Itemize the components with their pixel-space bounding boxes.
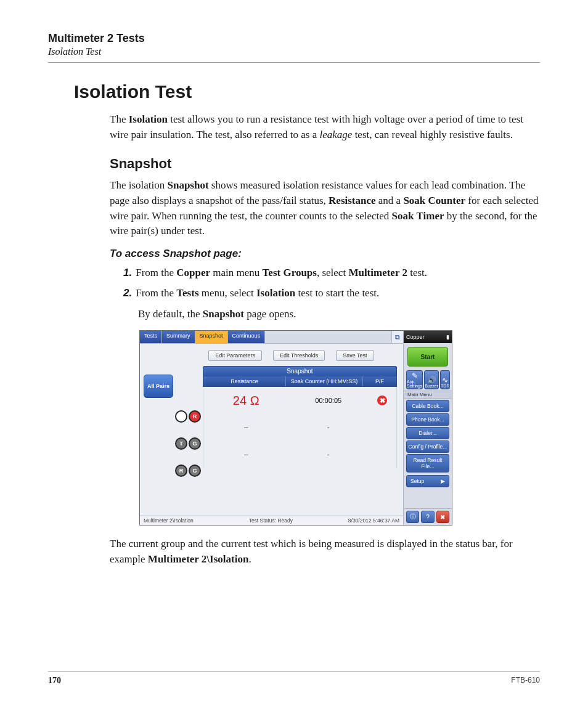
header-rule [48,62,540,63]
tab-snapshot[interactable]: Snapshot [195,331,228,343]
status-bar: Multimeter 2\Isolation Test Status: Read… [140,516,403,525]
info-button[interactable]: ⓘ [406,511,419,523]
tab-bar: Tests Summary Snapshot Continuous ⧉ [140,331,403,344]
side-header: Copper▮ [404,331,452,343]
cell-resistance: – [203,450,288,459]
cell-resistance: 24 Ω [203,394,288,408]
side-item-phone-book[interactable]: Phone Book... [406,413,449,426]
lead-g-icon: G [189,437,201,450]
col-pf: P/F [363,376,396,386]
running-section: Isolation Test [48,46,540,57]
start-button[interactable]: Start [407,347,448,367]
side-item-dialer[interactable]: Dialer... [406,427,449,439]
side-quick-icons: ✎App. Settings🔊Buzzer∿TDR [406,370,449,389]
table-row: –- [203,441,397,468]
cell-soak: - [288,423,368,432]
close-button[interactable]: ✖ [436,511,449,523]
status-time: 8/30/2012 5:46:37 AM [348,517,399,524]
status-state: Test Status: Ready [249,517,293,524]
tab-summary[interactable]: Summary [162,331,195,343]
page-footer: 170 FTB-610 [48,671,540,686]
toolbar: Edit Parameters Edit Thresholds Save Tes… [140,344,403,366]
snapshot-paragraph: The isolation Snapshot shows measured is… [110,178,540,239]
save-test-button[interactable]: Save Test [336,350,374,361]
page-title: Isolation Test [74,81,540,102]
status-path: Multimeter 2\Isolation [144,517,194,524]
lead-r-icon: R [189,410,201,423]
doc-code: FTB-610 [511,676,540,686]
side-icon-buzzer[interactable]: 🔊Buzzer [424,370,439,389]
step-2: 2.From the Tests menu, select Isolation … [123,285,540,322]
step-2-note: By default, the Snapshot page opens. [138,306,540,322]
page-number: 170 [48,676,61,686]
cell-soak: - [288,450,368,459]
table-header: Resistance Soak Counter (HH:MM:SS) P/F [203,376,397,387]
closing-paragraph: The current group and the current test w… [110,537,540,567]
table-row: –- [203,414,397,441]
buzzer-icon: 🔊 [427,376,436,384]
col-soak: Soak Counter (HH:MM:SS) [286,376,363,386]
tab-continuous[interactable]: Continuous [228,331,266,343]
procedure-heading: To access Snapshot page: [110,248,540,260]
help-button[interactable]: ? [421,511,434,523]
table-title: Snapshot [203,366,397,376]
lead-t-icon: T [175,410,187,423]
lead-pair: TR [173,403,203,430]
table-row: 24 Ω00:00:05✖ [203,387,397,414]
cell-resistance: – [203,423,288,432]
side-item-setup[interactable]: Setup▶ [406,475,449,487]
running-chapter: Multimeter 2 Tests [48,32,540,45]
fail-icon: ✖ [377,396,387,405]
side-icon-tdr[interactable]: ∿TDR [440,370,450,389]
side-item-cable-book[interactable]: Cable Book... [406,400,449,412]
col-resistance: Resistance [203,376,286,386]
app-settings-icon: ✎ [412,372,418,379]
lead-g-icon: G [189,465,201,477]
side-menu-heading: Main Menu [404,391,452,399]
edit-thresholds-button[interactable]: Edit Thresholds [273,350,325,361]
step-1: 1.From the Copper main menu Test Groups,… [123,265,540,281]
tab-tests[interactable]: Tests [140,331,162,343]
battery-icon: ▮ [446,334,449,340]
lead-r-icon: R [175,465,187,477]
procedure-steps: 1.From the Copper main menu Test Groups,… [123,265,540,322]
lead-pair: RG [173,457,203,484]
snapshot-heading: Snapshot [110,156,540,172]
side-item-read-result-file[interactable]: Read Result File... [406,454,449,473]
lead-t-icon: T [175,437,187,450]
snapshot-screenshot: Tests Summary Snapshot Continuous ⧉ Edit… [139,330,452,525]
side-bottom-bar: ⓘ ? ✖ [404,508,452,525]
chevron-right-icon: ▶ [441,478,445,484]
side-icon-app-settings[interactable]: ✎App. Settings [406,370,423,389]
cell-pf: ✖ [368,396,396,405]
intro-paragraph: The Isolation test allows you to run a r… [110,112,540,142]
tdr-icon: ∿ [442,376,448,384]
side-item-config-profile[interactable]: Config / Profile... [406,440,449,453]
all-pairs-button[interactable]: All Pairs [144,375,173,398]
lead-pair: TG [173,430,203,457]
edit-parameters-button[interactable]: Edit Parameters [208,350,262,361]
lead-column: TRTGRG [173,366,203,516]
cell-soak: 00:00:05 [288,397,368,404]
help-icon[interactable]: ⧉ [391,331,403,343]
